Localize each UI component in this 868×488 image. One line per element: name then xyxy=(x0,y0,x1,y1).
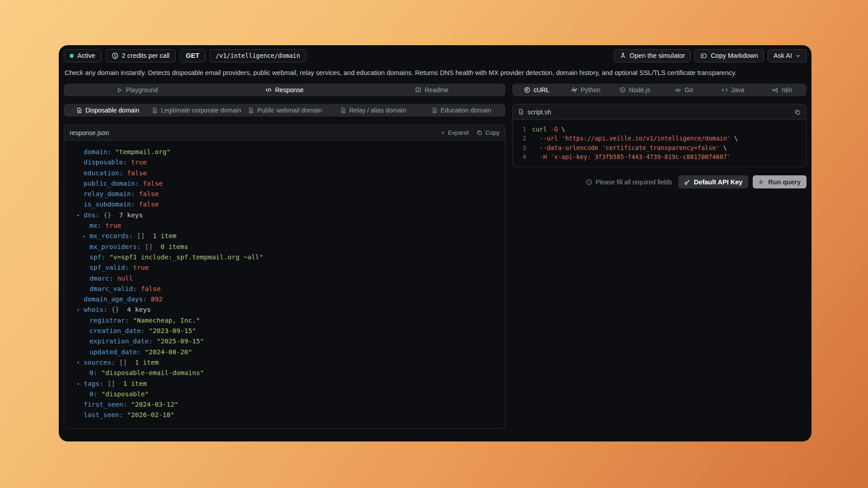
curl-icon xyxy=(524,87,530,93)
code-line: 3 --data-urlencode 'certificate_transpar… xyxy=(513,143,806,152)
json-token-k: registrar xyxy=(90,317,125,324)
json-row: ▾sources: [] 1 item xyxy=(69,357,500,368)
json-token-k: disposable xyxy=(84,159,123,166)
json-token-p: : xyxy=(95,211,103,219)
lang-tab-python[interactable]: Python xyxy=(561,84,611,96)
json-token-p: : xyxy=(123,401,131,408)
json-row: dmarc: null xyxy=(69,273,500,284)
status-dot-icon xyxy=(70,54,74,58)
code-icon xyxy=(265,87,272,93)
run-query-button[interactable]: Run query xyxy=(753,175,807,188)
compass-icon xyxy=(620,52,626,59)
json-token-ck: 4 keys xyxy=(119,306,151,313)
response-filename: response.json xyxy=(70,129,109,136)
example-tab-webmail[interactable]: Public webmail domain xyxy=(241,104,329,117)
json-token-br: [] xyxy=(137,232,145,239)
collapsed-arrow-icon[interactable]: ▸ xyxy=(83,231,90,241)
json-token-p: : xyxy=(111,359,119,366)
lang-tab-curl[interactable]: cURL xyxy=(512,84,561,96)
code-token-cstr: certificate_transparency=false xyxy=(606,143,716,152)
code-token-cmd: curl xyxy=(532,125,547,134)
json-token-k: whois xyxy=(84,306,104,313)
expanded-arrow-icon[interactable]: ▾ xyxy=(77,210,84,221)
lang-tab-nodejs[interactable]: Node.js xyxy=(610,84,660,96)
tab-label: Education domain xyxy=(441,107,491,114)
json-token-br: [] xyxy=(119,359,127,366)
default-api-key-button[interactable]: Default API Key xyxy=(678,175,748,188)
tab-label: Playground xyxy=(126,86,158,94)
json-token-k: spf_valid xyxy=(90,264,125,271)
response-panel-header: response.json Expand xyxy=(64,125,505,141)
expanded-arrow-icon[interactable]: ▾ xyxy=(77,379,84,389)
json-token-p: : xyxy=(137,243,145,250)
json-token-idx: 0 xyxy=(90,369,94,376)
left-column: Playground Response xyxy=(64,84,505,429)
file-json-icon xyxy=(340,108,346,113)
tab-label: Python xyxy=(580,86,600,94)
json-row: registrar: "Namecheap, Inc." xyxy=(69,315,500,326)
json-token-p: : xyxy=(119,169,127,177)
topbar-right: Open the simulator Copy Markdown Ask AI xyxy=(614,49,807,62)
coin-icon: $ xyxy=(112,52,118,59)
copy-markdown-button[interactable]: Copy Markdown xyxy=(694,49,764,62)
expanded-arrow-icon[interactable]: ▾ xyxy=(77,357,84,368)
code-line: 4 -H 'x-api-key: 3f3fb585-f443-4739-819c… xyxy=(513,152,806,161)
copy-code-button[interactable] xyxy=(794,109,801,115)
alert-circle-icon xyxy=(586,179,592,185)
code-token-flag: --data-urlencode xyxy=(532,143,602,152)
play-icon xyxy=(759,179,764,185)
example-tab-relay[interactable]: Relay / alias domain xyxy=(329,104,417,117)
tab-label: Java xyxy=(731,86,745,94)
tab-readme[interactable]: Readme xyxy=(358,84,505,96)
go-icon xyxy=(675,87,681,93)
tab-label: Public webmail domain xyxy=(257,107,322,114)
json-token-k: domain xyxy=(84,148,107,155)
example-tab-corporate[interactable]: Legitimate corporate domain xyxy=(152,104,241,117)
status-badge: Active xyxy=(64,49,101,62)
code-token-q: ' xyxy=(551,152,554,161)
expand-button[interactable]: Expand xyxy=(440,129,469,136)
json-token-k: dmarc_valid xyxy=(90,285,133,292)
json-token-p: : xyxy=(99,380,107,387)
json-token-k: sources xyxy=(84,359,111,366)
example-tab-education[interactable]: Education domain xyxy=(417,104,505,117)
file-json-icon xyxy=(248,108,254,113)
example-tab-disposable[interactable]: Disposable domain xyxy=(64,104,152,117)
ask-ai-button[interactable]: Ask AI xyxy=(768,49,807,62)
tab-playground[interactable]: Playground xyxy=(64,84,211,96)
json-token-k: first_seen xyxy=(84,401,123,408)
file-code-icon xyxy=(518,109,524,115)
json-token-p: : xyxy=(125,317,133,324)
book-icon xyxy=(415,87,421,93)
lang-tab-n8n[interactable]: n8n xyxy=(758,84,807,96)
json-row: updated_date: "2024-08-20" xyxy=(69,347,500,357)
line-number: 1 xyxy=(513,125,526,134)
code-token-q: ' xyxy=(561,134,565,143)
copy-response-button[interactable]: Copy xyxy=(476,129,500,136)
json-token-p: : xyxy=(143,296,151,303)
json-token-k: relay_domain xyxy=(84,190,131,197)
json-token-s: "disposable" xyxy=(101,390,149,398)
json-token-p: : xyxy=(131,190,139,197)
open-simulator-button[interactable]: Open the simulator xyxy=(614,49,691,62)
json-token-p: : xyxy=(101,253,109,261)
code-token-q: ' xyxy=(727,152,731,161)
code-token-flag: --url xyxy=(532,134,561,143)
code-view: 1curl -G \2 --url 'https://api.veille.io… xyxy=(513,120,806,167)
json-token-k: last_seen xyxy=(84,411,119,418)
json-row: mx_providers: [] 0 items xyxy=(69,242,500,252)
credits-label: 2 credits per call xyxy=(122,52,170,59)
response-header-actions: Expand Copy xyxy=(440,129,500,136)
code-token-q: ' xyxy=(602,143,605,152)
json-token-s: "v=spf1 include:_spf.tempmail.org ~all" xyxy=(109,253,263,261)
markdown-icon xyxy=(700,52,707,59)
line-number: 2 xyxy=(513,134,526,143)
tab-response[interactable]: Response xyxy=(211,84,359,96)
json-token-p: : xyxy=(97,222,105,229)
lang-tab-java[interactable]: Java xyxy=(708,84,758,96)
json-token-br: [] xyxy=(107,380,115,387)
python-icon xyxy=(571,87,577,93)
expanded-arrow-icon[interactable]: ▾ xyxy=(77,305,84,315)
json-token-s: "2023-09-15" xyxy=(149,327,196,334)
lang-tab-go[interactable]: Go xyxy=(660,84,709,96)
